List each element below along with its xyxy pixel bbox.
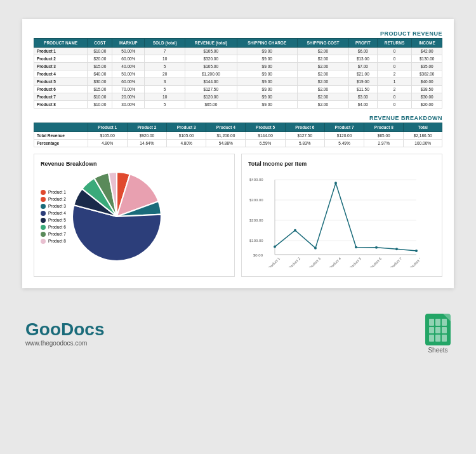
column-header: INCOME (412, 39, 442, 48)
legend-label: Product 4 (48, 211, 66, 215)
table-cell: $2.00 (297, 48, 348, 55)
table-cell: 0 (377, 55, 412, 63)
table-row: Product 1$10.0050.00%7$105.00$9.00$2.00$… (34, 48, 442, 55)
sheets-cell (442, 319, 447, 326)
svg-text:Product 4: Product 4 (328, 257, 341, 267)
svg-point-14 (314, 247, 317, 250)
breakdown-cell: 4.80% (167, 140, 206, 147)
table-cell: $9.00 (237, 78, 297, 86)
table-cell: 50.00% (112, 70, 145, 78)
breakdown-column-header: Product 7 (324, 123, 364, 132)
footer: GooDocs www.thegoodocs.com Sheets (0, 301, 476, 360)
table-row: Product 8$10.0030.00%5$65.00$9.00$2.00$4… (34, 101, 442, 109)
table-cell: $2.00 (297, 86, 348, 93)
breakdown-cell: 4.80% (88, 140, 127, 147)
column-header: RETURNS (377, 39, 412, 48)
table-cell: 1 (377, 78, 412, 86)
breakdown-cell: $127.50 (285, 132, 324, 140)
line-chart-title: Total Income per Item (248, 161, 435, 167)
breakdown-column-header: Product 4 (206, 123, 246, 132)
table-cell: Product 1 (34, 48, 88, 55)
column-header: REVENUE (total) (185, 39, 237, 48)
sheets-cell (429, 327, 434, 334)
breakdown-cell: Total Revenue (34, 132, 88, 140)
table-row: Product 2$20.0060.00%10$320.00$9.00$2.00… (34, 55, 442, 63)
table-cell: $35.00 (412, 63, 442, 70)
sheets-cell (429, 319, 434, 326)
breakdown-column-header: Product 6 (285, 123, 324, 132)
table-cell: 5 (145, 86, 185, 93)
pie-chart-box: Revenue Breakdown Product 1Product 2Prod… (34, 154, 235, 277)
table-cell: $6.00 (349, 48, 378, 55)
table-cell: $30.00 (88, 78, 112, 86)
table-cell: $127.50 (185, 86, 237, 93)
table-cell: $130.00 (412, 55, 442, 63)
column-header: PROFIT (349, 39, 378, 48)
legend-dot (41, 204, 46, 209)
charts-row: Revenue Breakdown Product 1Product 2Prod… (34, 154, 442, 277)
breakdown-cell: $2,186.50 (404, 132, 442, 140)
svg-text:$0.00: $0.00 (253, 253, 263, 257)
legend-dot (41, 225, 46, 230)
breakdown-cell: $65.00 (364, 132, 404, 140)
table-cell: $9.00 (237, 86, 297, 93)
svg-point-16 (355, 246, 357, 248)
breakdown-cell: $1,200.00 (206, 132, 246, 140)
table-row: Product 6$15.0070.00%5$127.50$9.00$2.00$… (34, 86, 442, 93)
table-cell: $9.00 (237, 63, 297, 70)
sheets-cell (435, 319, 440, 326)
breakdown-cell: 2.97% (364, 140, 404, 147)
table-cell: Product 7 (34, 93, 88, 101)
column-header: SHIPPING COST (297, 39, 348, 48)
table-cell: Product 3 (34, 63, 88, 70)
breakdown-row: Percentage4.80%14.64%4.80%54.88%6.59%5.8… (34, 140, 442, 147)
sheets-cell (435, 327, 440, 334)
table-cell: $320.00 (185, 55, 237, 63)
table-cell: 40.00% (112, 63, 145, 70)
legend-item: Product 8 (41, 239, 66, 244)
svg-text:Product 7: Product 7 (389, 257, 402, 267)
table-cell: $15.00 (88, 86, 112, 93)
table-cell: $1,200.00 (185, 70, 237, 78)
table-cell: $9.00 (237, 70, 297, 78)
sheets-grid (425, 314, 451, 345)
table-cell: $2.00 (297, 93, 348, 101)
svg-text:Product 3: Product 3 (308, 257, 321, 267)
breakdown-cell: 100.00% (404, 140, 442, 147)
breakdown-column-header: Total (404, 123, 442, 132)
product-revenue-title: PRODUCT REVENUE (34, 30, 442, 37)
logo-goo: Goo (25, 319, 61, 339)
legend: Product 1Product 2Product 3Product 4Prod… (41, 190, 66, 244)
legend-item: Product 1 (41, 190, 66, 195)
breakdown-cell: $105.00 (167, 132, 206, 140)
table-cell: $9.00 (237, 101, 297, 109)
table-cell: $9.00 (237, 93, 297, 101)
column-header: SOLD (total) (145, 39, 185, 48)
table-cell: $2.00 (297, 70, 348, 78)
legend-label: Product 3 (48, 204, 66, 208)
table-cell: $382.00 (412, 70, 442, 78)
svg-point-15 (334, 182, 337, 184)
table-cell: $2.00 (297, 63, 348, 70)
breakdown-row: Total Revenue$105.00$920.00$105.00$1,200… (34, 132, 442, 140)
table-cell: 7 (145, 48, 185, 55)
legend-item: Product 7 (41, 232, 66, 237)
legend-dot (41, 218, 46, 223)
table-cell: $20.00 (412, 101, 442, 109)
legend-item: Product 5 (41, 218, 66, 223)
breakdown-cell: Percentage (34, 140, 88, 147)
logo: GooDocs (25, 321, 104, 338)
table-cell: 2 (377, 86, 412, 93)
breakdown-column-header: Product 2 (127, 123, 166, 132)
table-cell: 20 (145, 70, 185, 78)
pie-chart-title: Revenue Breakdown (41, 161, 228, 167)
table-cell: $2.00 (297, 78, 348, 86)
svg-point-17 (375, 246, 378, 249)
line-chart-box: Total Income per Item $400.00 $300.00 $2… (241, 154, 442, 277)
breakdown-cell: 5.83% (285, 140, 324, 147)
breakdown-column-header: Product 8 (364, 123, 404, 132)
breakdown-cell: $105.00 (88, 132, 127, 140)
table-cell: $2.00 (297, 55, 348, 63)
legend-label: Product 6 (48, 225, 66, 229)
product-revenue-table: PRODUCT NAMECOSTMARKUPSOLD (total)REVENU… (34, 38, 442, 109)
